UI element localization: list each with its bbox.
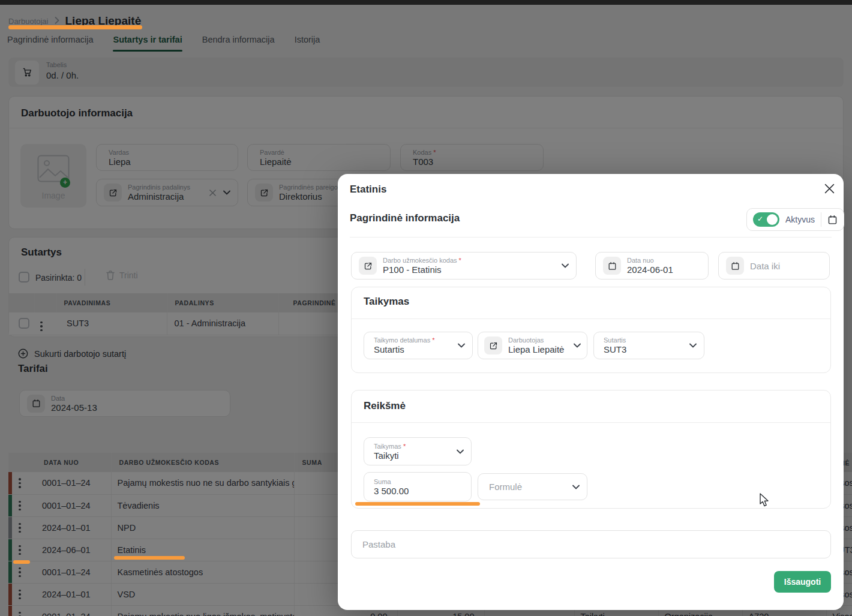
required-mark: *	[459, 257, 461, 264]
formule-placeholder: Formulė	[485, 482, 522, 492]
modal-title: Etatinis	[350, 184, 386, 196]
kodas-select-value: P100 - Etatinis	[383, 265, 461, 275]
active-toggle-group: ✓ Aktyvus	[746, 208, 844, 231]
chevron-down-icon	[457, 449, 464, 454]
required-mark: *	[403, 443, 406, 450]
darbuotojas-label: Darbuotojas	[508, 336, 564, 344]
mouse-cursor	[759, 493, 770, 507]
divider	[350, 237, 832, 238]
calendar-icon[interactable]	[726, 257, 744, 275]
detalumas-value: Sutartis	[374, 344, 435, 354]
suma-input[interactable]: Suma3 500.00	[364, 472, 472, 501]
pastaba-textarea[interactable]	[351, 530, 831, 558]
divider	[352, 422, 830, 423]
annotation-row-marker	[13, 560, 30, 564]
calendar-icon[interactable]	[827, 215, 838, 225]
modal-section-main: Pagrindinė informacija	[350, 212, 460, 224]
taikymo-detalumas-select[interactable]: Taikymo detalumas *Sutartis	[364, 332, 473, 359]
etatinis-modal: Etatinis Pagrindinė informacija ✓ Aktyvu…	[338, 174, 844, 610]
close-icon[interactable]	[824, 184, 835, 194]
detalumas-label: Taikymo detalumas	[374, 336, 430, 344]
data-iki-field[interactable]: Data iki	[718, 252, 830, 280]
taikymas-value: Taikyti	[374, 450, 406, 461]
kodas-select-label: Darbo užmokesčio kodas	[383, 257, 457, 264]
chevron-down-icon	[574, 343, 581, 348]
divider	[821, 212, 821, 227]
divider	[352, 318, 830, 319]
data-nuo-field[interactable]: Data nuo2024-06-01	[595, 252, 709, 280]
sutartis-label: Sutartis	[604, 336, 626, 344]
suma-label: Suma	[374, 478, 409, 485]
chevron-down-icon	[458, 343, 465, 348]
taikymas-section-title: Taikymas	[364, 296, 409, 308]
chevron-down-icon	[689, 343, 697, 348]
page: Darbuotojai Liepa Liepaitė Pagrindinė in…	[0, 0, 852, 616]
external-link-icon[interactable]	[484, 336, 502, 354]
darbuotojas-select[interactable]: DarbuotojasLiepa Liepaitė	[478, 332, 587, 359]
sutartis-select[interactable]: SutartisSUT3	[593, 332, 704, 359]
taikymas-select[interactable]: Taikymas *Taikyti	[364, 437, 472, 465]
save-button[interactable]: Išsaugoti	[774, 571, 831, 593]
suma-value: 3 500.00	[374, 486, 409, 496]
taikymas-label: Taikymas	[374, 443, 401, 450]
sutartis-value: SUT3	[604, 344, 626, 354]
taikymas-card: Taikymas Taikymo detalumas *Sutartis Dar…	[351, 287, 831, 373]
active-toggle[interactable]: ✓	[753, 212, 779, 227]
data-iki-placeholder: Data iki	[750, 261, 780, 271]
annotation-breadcrumb-underline	[8, 25, 142, 29]
data-nuo-label: Data nuo	[627, 257, 673, 264]
data-nuo-value: 2024-06-01	[627, 265, 673, 275]
darbuotojas-value: Liepa Liepaitė	[508, 344, 564, 354]
calendar-icon[interactable]	[603, 257, 621, 275]
active-toggle-label: Aktyvus	[785, 215, 815, 224]
external-link-icon[interactable]	[359, 257, 377, 275]
reiksme-card: Reikšmė Taikymas *Taikyti Suma3 500.00 F…	[351, 390, 831, 509]
reiksme-section-title: Reikšmė	[364, 400, 406, 412]
annotation-etatinis-row-underline	[114, 556, 185, 560]
chevron-down-icon	[572, 485, 580, 489]
formule-select[interactable]: Formulė	[478, 473, 587, 500]
required-mark: *	[432, 336, 434, 344]
darbo-uzmokescio-kodas-select[interactable]: Darbo užmokesčio kodas *P100 - Etatinis	[351, 252, 577, 280]
chevron-down-icon	[562, 263, 569, 268]
annotation-suma-underline	[355, 502, 480, 506]
